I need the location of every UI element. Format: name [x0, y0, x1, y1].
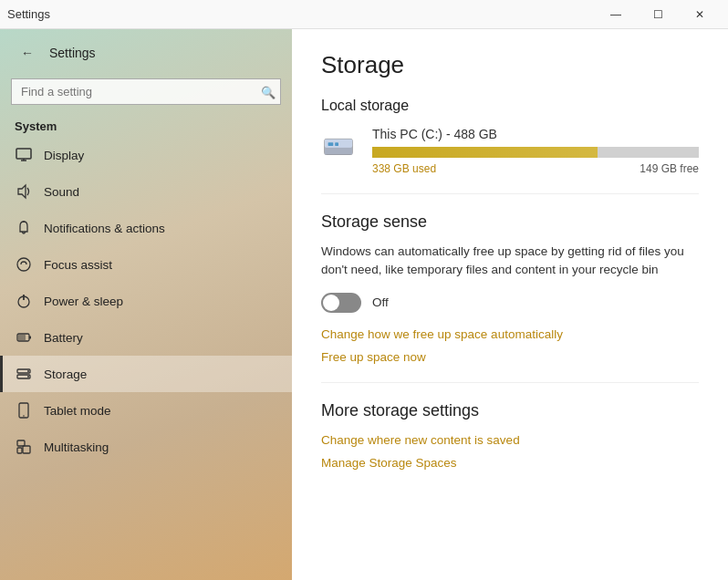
storage-sense-toggle[interactable]	[321, 293, 361, 313]
sidebar-item-sound-label: Sound	[44, 185, 79, 199]
link-change-content-saved[interactable]: Change where new content is saved	[321, 433, 699, 447]
minimize-button[interactable]: —	[595, 0, 637, 29]
title-bar: Settings — ☐ ✕	[0, 0, 728, 29]
sidebar-item-notifications[interactable]: Notifications & actions	[0, 210, 292, 246]
system-section-label: System	[0, 114, 292, 137]
drive-stats: 338 GB used 149 GB free	[372, 162, 699, 175]
local-storage-title: Local storage	[321, 98, 699, 114]
svg-rect-9	[29, 337, 31, 339]
divider1	[321, 193, 699, 194]
drive-name: This PC (C:) - 488 GB	[372, 127, 699, 141]
sidebar-item-sound[interactable]: Sound	[0, 173, 292, 210]
sidebar-item-focus[interactable]: Focus assist	[0, 246, 292, 283]
progress-bar-bg	[372, 147, 699, 158]
svg-rect-19	[17, 448, 22, 453]
multitasking-icon	[15, 438, 33, 456]
sidebar-header: ← Settings	[0, 29, 292, 73]
sidebar-item-power[interactable]: Power & sleep	[0, 283, 292, 319]
drive-icon	[321, 129, 358, 165]
display-icon	[15, 146, 33, 164]
svg-rect-22	[328, 142, 334, 146]
close-button[interactable]: ✕	[679, 0, 721, 29]
svg-rect-25	[325, 148, 352, 155]
main-content: ← Settings 🔍 System Display	[0, 29, 728, 580]
toggle-knob	[323, 295, 339, 311]
sidebar-item-storage[interactable]: Storage	[0, 356, 292, 392]
sidebar-app-title: Settings	[49, 46, 96, 60]
sidebar-item-display-label: Display	[44, 149, 84, 162]
tablet-icon	[15, 401, 33, 419]
svg-rect-10	[18, 335, 26, 340]
right-panel: Storage Local storage This PC (C:) - 488…	[292, 29, 728, 580]
storage-sense-desc: Windows can automatically free up space …	[321, 243, 699, 280]
sidebar-item-focus-label: Focus assist	[44, 258, 112, 272]
power-icon	[15, 292, 33, 310]
title-bar-left: Settings	[7, 7, 50, 21]
storage-item: This PC (C:) - 488 GB 338 GB used 149 GB…	[321, 127, 699, 175]
focus-icon	[15, 255, 33, 274]
svg-point-5	[17, 258, 30, 271]
divider2	[321, 382, 699, 383]
free-label: 149 GB free	[640, 162, 699, 175]
sound-icon	[15, 182, 33, 201]
svg-rect-0	[16, 149, 31, 159]
svg-rect-17	[17, 440, 25, 446]
search-input[interactable]	[11, 78, 281, 105]
battery-icon	[15, 328, 33, 347]
back-button[interactable]: ←	[15, 40, 40, 66]
link-change-freespace[interactable]: Change how we free up space automaticall…	[321, 327, 699, 341]
maximize-button[interactable]: ☐	[637, 0, 679, 29]
sidebar-item-tablet-label: Tablet mode	[44, 404, 111, 418]
drive-info: This PC (C:) - 488 GB 338 GB used 149 GB…	[372, 127, 699, 175]
storage-icon	[15, 365, 33, 383]
title-bar-controls: — ☐ ✕	[595, 0, 721, 29]
sidebar-item-battery-label: Battery	[44, 331, 83, 345]
svg-marker-3	[18, 185, 26, 198]
sidebar-item-power-label: Power & sleep	[44, 295, 123, 308]
sidebar: ← Settings 🔍 System Display	[0, 29, 292, 580]
sidebar-item-storage-label: Storage	[44, 368, 87, 381]
search-icon[interactable]: 🔍	[261, 85, 276, 98]
sidebar-item-tablet[interactable]: Tablet mode	[0, 392, 292, 429]
sidebar-item-notifications-label: Notifications & actions	[44, 222, 165, 235]
toggle-label: Off	[372, 295, 389, 309]
sidebar-item-multitasking[interactable]: Multitasking	[0, 429, 292, 465]
progress-bar-fill	[372, 147, 598, 158]
used-label: 338 GB used	[372, 162, 436, 175]
more-settings-title: More storage settings	[321, 401, 699, 420]
title-bar-title: Settings	[7, 7, 50, 21]
link-manage-storage-spaces[interactable]: Manage Storage Spaces	[321, 456, 699, 470]
sidebar-item-multitasking-label: Multitasking	[44, 440, 109, 454]
svg-rect-18	[23, 446, 30, 453]
link-free-up-space[interactable]: Free up space now	[321, 350, 699, 364]
svg-rect-23	[335, 142, 338, 146]
search-box: 🔍	[11, 78, 281, 105]
svg-point-14	[27, 376, 29, 378]
storage-sense-title: Storage sense	[321, 212, 699, 232]
svg-point-13	[27, 370, 29, 372]
page-title: Storage	[321, 51, 699, 79]
sidebar-item-battery[interactable]: Battery	[0, 319, 292, 356]
notifications-icon	[15, 219, 33, 237]
svg-point-16	[23, 415, 25, 417]
toggle-row: Off	[321, 293, 699, 313]
sidebar-item-display[interactable]: Display	[0, 137, 292, 173]
